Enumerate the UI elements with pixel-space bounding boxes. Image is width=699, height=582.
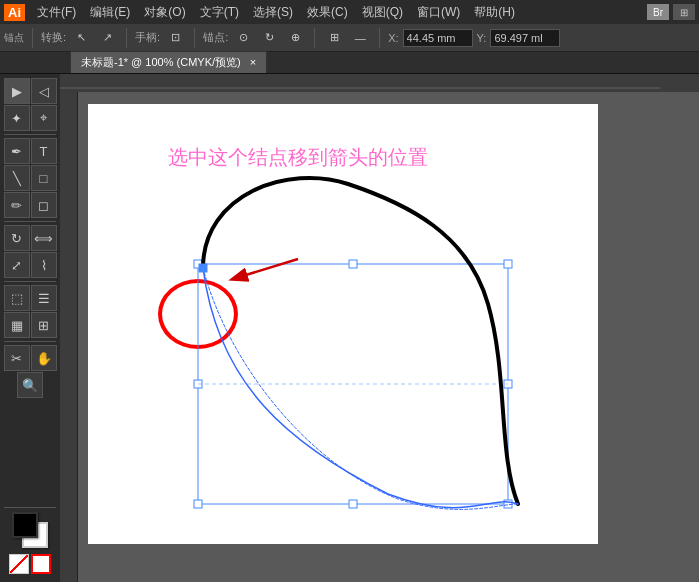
toolbar: 锚点 转换: ↖ ↗ 手柄: ⊡ 锚点: ⊙ ↻ ⊕ ⊞ — X: Y: — [0, 24, 699, 52]
canvas-page: 选中这个结点移到箭头的位置 — [88, 104, 598, 544]
handle-tr[interactable] — [504, 260, 512, 268]
red-circle-annotation — [158, 279, 238, 349]
menu-edit[interactable]: 编辑(E) — [84, 2, 136, 23]
tool-row-11: 🔍 — [17, 372, 43, 398]
tool-row-3: ✒ T — [4, 138, 57, 164]
y-input[interactable] — [490, 29, 560, 47]
edit-curve-blue — [203, 268, 518, 508]
handle-mr[interactable] — [504, 380, 512, 388]
main-layout: ▶ ◁ ✦ ⌖ ✒ T ╲ □ ✏ ◻ ↻ ⟺ ⤢ ⌇ ⬚ — [0, 74, 699, 582]
menu-view[interactable]: 视图(Q) — [356, 2, 409, 23]
direct-select-tool-btn[interactable]: ◁ — [31, 78, 57, 104]
stroke-btn[interactable] — [31, 554, 51, 574]
pencil-tool-btn[interactable]: ✏ — [4, 192, 30, 218]
menu-bar: Ai 文件(F) 编辑(E) 对象(O) 文字(T) 选择(S) 效果(C) 视… — [0, 0, 699, 24]
selected-anchor[interactable] — [199, 264, 207, 272]
panel-icon[interactable]: ⊞ — [673, 4, 695, 20]
anchor-label-left: 锚点 — [4, 31, 24, 45]
sidebar-tools: ▶ ◁ ✦ ⌖ ✒ T ╲ □ ✏ ◻ ↻ ⟺ ⤢ ⌇ ⬚ — [0, 74, 60, 582]
zoom-btn[interactable]: 🔍 — [17, 372, 43, 398]
anchor-btn-1[interactable]: ⊙ — [232, 27, 254, 49]
tool-sep-5 — [4, 507, 56, 508]
x-input[interactable] — [403, 29, 473, 47]
more-btn[interactable]: — — [349, 27, 371, 49]
tool-row-5: ✏ ◻ — [4, 192, 57, 218]
drawing-svg — [88, 104, 598, 544]
hand-btn[interactable]: ✋ — [31, 345, 57, 371]
tab-label: 未标题-1* @ 100% (CMYK/预览) — [81, 56, 241, 68]
tool-sep-2 — [4, 221, 56, 222]
menu-object[interactable]: 对象(O) — [138, 2, 191, 23]
handle-br[interactable] — [504, 500, 512, 508]
anchor-btn-3[interactable]: ⊕ — [284, 27, 306, 49]
menu-window[interactable]: 窗口(W) — [411, 2, 466, 23]
select-tool-btn[interactable]: ▶ — [4, 78, 30, 104]
tool-sep-3 — [4, 281, 56, 282]
warp-tool-btn[interactable]: ⌇ — [31, 252, 57, 278]
fg-bg-colors[interactable] — [12, 512, 48, 548]
main-curve — [203, 178, 518, 504]
type-tool-btn[interactable]: T — [31, 138, 57, 164]
transform-btn-2[interactable]: ↗ — [96, 27, 118, 49]
x-label: X: — [388, 32, 398, 44]
color-box-area — [0, 501, 60, 578]
options-btn[interactable]: ⊞ — [323, 27, 345, 49]
line-tool-btn[interactable]: ╲ — [4, 165, 30, 191]
tab-bar: 未标题-1* @ 100% (CMYK/预览) × — [0, 52, 699, 74]
toolbar-sep-2 — [126, 28, 127, 48]
menu-type[interactable]: 文字(T) — [194, 2, 245, 23]
pen-tool-btn[interactable]: ✒ — [4, 138, 30, 164]
handle-ml[interactable] — [194, 380, 202, 388]
toolbar-sep-5 — [379, 28, 380, 48]
ruler-left — [60, 92, 78, 582]
handle-btn[interactable]: ⊡ — [164, 27, 186, 49]
handle-tm[interactable] — [349, 260, 357, 268]
menu-file[interactable]: 文件(F) — [31, 2, 82, 23]
magic-wand-btn[interactable]: ✦ — [4, 105, 30, 131]
fg-color-box[interactable] — [12, 512, 38, 538]
scissors-btn[interactable]: ✂ — [4, 345, 30, 371]
handle-label: 手柄: — [135, 30, 160, 45]
reflect-tool-btn[interactable]: ⟺ — [31, 225, 57, 251]
rect-tool-btn[interactable]: □ — [31, 165, 57, 191]
toolbar-sep-1 — [32, 28, 33, 48]
no-fill-btn[interactable] — [9, 554, 29, 574]
menu-effect[interactable]: 效果(C) — [301, 2, 354, 23]
tool-row-10: ✂ ✋ — [4, 345, 57, 371]
svg-rect-0 — [60, 74, 699, 92]
tool-row-6: ↻ ⟺ — [4, 225, 57, 251]
handle-bm[interactable] — [349, 500, 357, 508]
tab-close[interactable]: × — [250, 56, 256, 68]
bounding-box — [198, 264, 508, 504]
transform-btn-1[interactable]: ↖ — [70, 27, 92, 49]
canvas-area: 选中这个结点移到箭头的位置 — [60, 74, 699, 582]
lasso-btn[interactable]: ⌖ — [31, 105, 57, 131]
rotate-tool-btn[interactable]: ↻ — [4, 225, 30, 251]
bridge-icon: Br — [647, 4, 669, 20]
tool-sep-4 — [4, 341, 56, 342]
toolbar-sep-4 — [314, 28, 315, 48]
eraser-tool-btn[interactable]: ◻ — [31, 192, 57, 218]
annotation-arrow — [233, 259, 298, 279]
ghost-curve — [203, 268, 518, 509]
artboard-btn[interactable]: ⊞ — [31, 312, 57, 338]
tool-row-7: ⤢ ⌇ — [4, 252, 57, 278]
ai-logo: Ai — [4, 4, 25, 21]
anchor-label: 锚点: — [203, 30, 228, 45]
handle-tl[interactable] — [194, 260, 202, 268]
handle-bl[interactable] — [194, 500, 202, 508]
ruler-top — [60, 74, 699, 92]
free-transform-btn[interactable]: ⬚ — [4, 285, 30, 311]
toolbar-sep-3 — [194, 28, 195, 48]
menu-help[interactable]: 帮助(H) — [468, 2, 521, 23]
menu-select[interactable]: 选择(S) — [247, 2, 299, 23]
symbol-btn[interactable]: ☰ — [31, 285, 57, 311]
graph-btn[interactable]: ▦ — [4, 312, 30, 338]
ruler-top-svg — [60, 74, 699, 92]
tool-row-4: ╲ □ — [4, 165, 57, 191]
document-tab[interactable]: 未标题-1* @ 100% (CMYK/预览) × — [70, 51, 267, 73]
tool-row-1: ▶ ◁ — [4, 78, 57, 104]
scale-tool-btn[interactable]: ⤢ — [4, 252, 30, 278]
fill-stroke-row — [9, 554, 51, 574]
anchor-btn-2[interactable]: ↻ — [258, 27, 280, 49]
